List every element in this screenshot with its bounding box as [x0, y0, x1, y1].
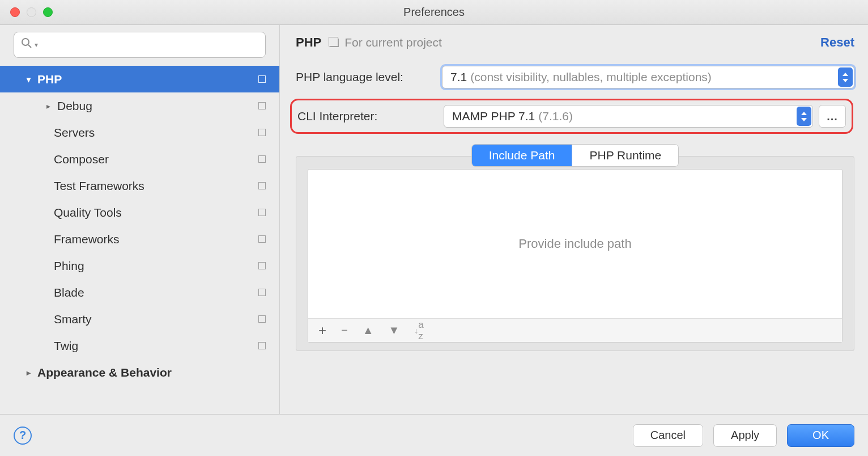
project-scope-icon: [258, 342, 266, 349]
select-value: 7.1: [450, 70, 467, 84]
sidebar-item-label: Blade: [54, 286, 84, 299]
sidebar-item-debug[interactable]: ▸ Debug: [0, 92, 279, 119]
remove-icon[interactable]: −: [341, 324, 348, 337]
select-hint: (const visibility, nullables, multiple e…: [470, 70, 712, 84]
dropdown-stepper-icon[interactable]: [797, 107, 811, 126]
php-language-level-label: PHP language level:: [296, 70, 442, 84]
path-tabs: Include Path PHP Runtime: [471, 144, 679, 167]
sidebar-item-frameworks[interactable]: Frameworks: [0, 226, 279, 252]
sidebar-item-label: Servers: [54, 126, 95, 140]
chevron-right-icon: ▸: [42, 102, 54, 111]
sidebar-item-php[interactable]: ▾ PHP: [0, 66, 279, 92]
project-scope-icon: [258, 75, 266, 83]
sidebar-item-blade[interactable]: Blade: [0, 279, 279, 306]
sidebar-item-label: Appearance & Behavior: [37, 366, 172, 379]
sidebar-item-composer[interactable]: Composer: [0, 146, 279, 172]
dropdown-stepper-icon[interactable]: [838, 67, 853, 87]
cli-interpreter-row: CLI Interpreter: MAMP PHP 7.1 (7.1.6) ..…: [290, 99, 853, 134]
cli-interpreter-label: CLI Interpreter:: [297, 109, 444, 123]
help-button[interactable]: ?: [14, 427, 32, 445]
dialog-footer: ? Cancel Apply OK: [0, 414, 868, 456]
select-hint: (7.1.6): [538, 109, 573, 123]
sidebar-item-label: Quality Tools: [54, 206, 122, 219]
project-scope-icon: [258, 129, 266, 136]
tab-include-path[interactable]: Include Path: [472, 145, 572, 166]
svg-point-0: [22, 39, 29, 45]
sort-icon[interactable]: ↓az: [414, 319, 423, 342]
sidebar-item-label: PHP: [37, 73, 62, 86]
search-icon: [21, 37, 32, 52]
page-title: PHP: [296, 35, 321, 50]
project-scope-icon: [258, 289, 266, 296]
cancel-button[interactable]: Cancel: [633, 424, 703, 447]
chevron-right-icon: ▸: [23, 368, 34, 377]
sidebar-item-label: Twig: [54, 339, 78, 353]
sidebar-item-label: Test Frameworks: [54, 179, 144, 193]
project-scope-icon: [330, 39, 339, 47]
project-scope-icon: [258, 235, 266, 243]
settings-panel: PHP For current project Reset PHP langua…: [280, 25, 868, 414]
tab-php-runtime[interactable]: PHP Runtime: [572, 145, 678, 166]
window-title: Preferences: [0, 6, 868, 19]
select-value: MAMP PHP 7.1: [452, 109, 535, 123]
sidebar-item-twig[interactable]: Twig: [0, 332, 279, 359]
search-field[interactable]: ▾: [14, 32, 266, 58]
add-icon[interactable]: +: [318, 323, 326, 339]
settings-tree: ▾ PHP ▸ Debug Servers Composer Test Fram…: [0, 66, 279, 414]
sidebar-item-smarty[interactable]: Smarty: [0, 306, 279, 332]
include-path-section: Include Path PHP Runtime Provide include…: [296, 144, 854, 351]
svg-line-1: [28, 45, 31, 48]
main-content: ▾ ▾ PHP ▸ Debug Servers Composer: [0, 25, 868, 414]
browse-interpreters-button[interactable]: ...: [819, 105, 846, 128]
sidebar-item-phing[interactable]: Phing: [0, 252, 279, 279]
apply-button[interactable]: Apply: [713, 424, 777, 447]
sidebar-item-quality-tools[interactable]: Quality Tools: [0, 199, 279, 226]
reset-link[interactable]: Reset: [820, 35, 854, 50]
project-scope-icon: [258, 155, 266, 163]
search-dropdown-icon[interactable]: ▾: [35, 41, 38, 49]
sidebar-item-label: Phing: [54, 259, 84, 273]
titlebar: Preferences: [0, 0, 868, 25]
php-language-level-select[interactable]: 7.1 (const visibility, nullables, multip…: [442, 66, 854, 88]
project-scope-icon: [258, 315, 266, 323]
cli-interpreter-select[interactable]: MAMP PHP 7.1 (7.1.6): [444, 105, 813, 128]
sidebar-item-label: Debug: [57, 99, 92, 113]
sidebar: ▾ ▾ PHP ▸ Debug Servers Composer: [0, 25, 280, 414]
include-path-toolbar: + − ▲ ▼ ↓az: [308, 318, 842, 342]
include-path-list: Provide include path + − ▲ ▼ ↓az: [308, 169, 843, 343]
php-language-level-row: PHP language level: 7.1 (const visibilit…: [296, 66, 854, 88]
include-path-empty-text: Provide include path: [308, 170, 842, 318]
project-scope-icon: [258, 262, 266, 269]
sidebar-item-servers[interactable]: Servers: [0, 119, 279, 146]
project-scope-icon: [258, 182, 266, 189]
project-scope-icon: [258, 102, 266, 109]
panel-header: PHP For current project Reset: [296, 35, 854, 50]
project-scope-icon: [258, 209, 266, 216]
sidebar-item-test-frameworks[interactable]: Test Frameworks: [0, 172, 279, 199]
chevron-down-icon: ▾: [23, 75, 34, 84]
move-up-icon[interactable]: ▲: [363, 324, 374, 337]
sidebar-item-appearance-behavior[interactable]: ▸ Appearance & Behavior: [0, 359, 279, 386]
move-down-icon[interactable]: ▼: [389, 324, 400, 337]
sidebar-item-label: Smarty: [54, 313, 92, 326]
sidebar-item-label: Frameworks: [54, 233, 120, 246]
include-path-panel: Provide include path + − ▲ ▼ ↓az: [296, 156, 854, 351]
search-input[interactable]: [41, 39, 258, 51]
sidebar-item-label: Composer: [54, 153, 109, 166]
ok-button[interactable]: OK: [787, 424, 854, 447]
scope-label: For current project: [344, 36, 442, 49]
